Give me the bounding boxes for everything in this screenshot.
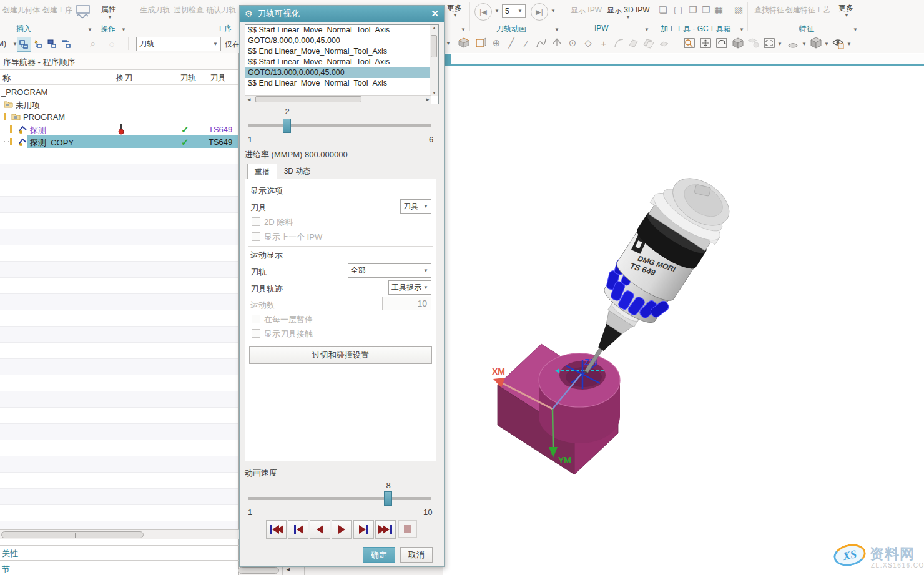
show-hide-caret[interactable]: ▼ <box>847 42 852 47</box>
toolpath-display-dropdown[interactable]: 全部▼ <box>348 263 431 278</box>
insert-group-caret[interactable]: ▼ <box>87 27 92 32</box>
properties-button[interactable]: 属性 <box>101 4 116 15</box>
anim-group-caret[interactable]: ▼ <box>554 27 559 32</box>
diamond-point-icon[interactable]: ◇ <box>581 36 595 50</box>
section-dependencies[interactable]: 关性 <box>0 545 239 560</box>
speed-slider-track[interactable] <box>248 497 431 500</box>
shaded-view-icon[interactable] <box>732 37 744 51</box>
toolpath-line[interactable]: $$ Start Linear_Move_Normal_Tool_Axis <box>245 25 430 36</box>
show-workpiece-icon[interactable] <box>458 37 470 51</box>
feature-group-caret[interactable]: ▼ <box>853 27 858 32</box>
fit-view-caret[interactable]: ▼ <box>777 42 782 47</box>
section-details[interactable]: 节 <box>0 560 239 575</box>
tree-empty-area[interactable] <box>0 148 238 529</box>
tree-row-probe-copy[interactable]: 探测_COPY ✓ TS649 <box>0 135 238 148</box>
properties-caret[interactable]: ▼ <box>107 15 112 20</box>
play-to-start-button[interactable] <box>266 520 287 539</box>
gc-tool-icon-6[interactable]: ▧ <box>732 3 745 17</box>
tab-replay[interactable]: 重播 <box>247 164 277 180</box>
goto-last-move-button[interactable]: ▶| <box>531 3 548 21</box>
toolpath-line-selected[interactable]: GOTO/13.000,0.000,45.000 <box>245 67 430 78</box>
geometry-view-icon[interactable] <box>46 37 59 51</box>
toolpath-visualization-dialog[interactable]: ⚙ 刀轨可视化 ✕ $$ Start Linear_Move_Normal_To… <box>239 5 445 567</box>
generate-toolpath-button[interactable]: 生成刀轨 <box>140 5 170 16</box>
dialog-close-icon[interactable]: ✕ <box>431 8 439 19</box>
column-divider-line[interactable] <box>112 86 112 529</box>
hscroll-left-arrow[interactable]: ◄ <box>247 97 252 102</box>
orient-cube-caret[interactable]: ▼ <box>824 42 829 47</box>
tree-row-probe[interactable]: 探测 ✓ TS649 <box>0 123 238 135</box>
toolpath-line[interactable]: GOTO/8.000,0.000,45.000 <box>245 36 430 46</box>
machining-method-view-icon[interactable] <box>60 37 73 51</box>
verify-toolpath-button[interactable]: 确认刀轨 <box>206 5 236 16</box>
play-forward-button[interactable] <box>332 520 352 539</box>
checkbox-pause-each-layer[interactable] <box>252 315 260 323</box>
col-path[interactable]: 刀轨 <box>180 72 196 84</box>
vscroll-down-arrow[interactable]: ▼ <box>432 91 436 95</box>
datum-plane-icon-3[interactable] <box>657 37 670 51</box>
more-left-group-caret[interactable]: ▼ <box>461 27 466 32</box>
tree-row-program[interactable]: PROGRAM <box>0 111 238 123</box>
toolpath-line[interactable]: $$ End Linear_Move_Normal_Tool_Axis <box>245 78 430 89</box>
dialog-titlebar[interactable]: ⚙ 刀轨可视化 ✕ <box>240 6 444 22</box>
tool-display-dropdown[interactable]: 刀具▼ <box>400 199 431 214</box>
ipw-cube-gear-icon[interactable] <box>747 37 760 51</box>
operation-group-caret[interactable]: ▼ <box>121 27 126 32</box>
checkbox-show-tool-contact[interactable] <box>252 329 260 338</box>
navigator-hscrollbar[interactable] <box>0 529 239 539</box>
program-order-view-icon[interactable] <box>17 37 31 52</box>
line-icon[interactable]: ╱ <box>504 36 518 50</box>
col-tool[interactable]: 刀具 <box>210 72 226 84</box>
gc-tool-icon-2[interactable]: ▢ <box>671 3 685 17</box>
gc-tool-icon-3[interactable]: ❐ <box>686 3 700 17</box>
tree-row-unused[interactable]: 未用项 <box>0 98 238 111</box>
col-name[interactable]: 称 <box>2 72 11 84</box>
scene-3d[interactable]: XM ZM YM <box>443 54 924 575</box>
listing-vscrollbar[interactable]: ▲ ▼ <box>430 25 438 96</box>
step-forward-button[interactable] <box>353 520 374 539</box>
checkbox-show-prev-ipw[interactable] <box>252 232 260 241</box>
goto-first-move-button[interactable]: |◀ <box>474 3 492 21</box>
ipw-group-caret[interactable]: ▼ <box>644 27 649 32</box>
filter-setting-icon[interactable]: ◌ <box>105 37 119 51</box>
speed-slider-thumb[interactable] <box>384 491 392 506</box>
fit-view-icon[interactable] <box>763 37 775 51</box>
gc-tool-icon-1[interactable]: ❏ <box>656 3 670 17</box>
pan-icon[interactable] <box>699 37 712 51</box>
line-segment-icon[interactable]: ⁄ <box>519 36 533 50</box>
hscroll-thumb[interactable] <box>1 531 144 538</box>
rotate-view-icon[interactable] <box>715 37 728 51</box>
motion-count-input[interactable]: 10 <box>382 297 431 310</box>
tool-trace-dropdown[interactable]: 工具提示▼ <box>388 280 431 295</box>
create-feature-process-button[interactable]: 创建特征工艺 <box>785 5 830 16</box>
play-to-end-button[interactable] <box>375 520 396 539</box>
move-count-dropdown[interactable]: 5▼ <box>502 4 526 18</box>
toolpath-line[interactable]: $$ Start Linear_Move_Normal_Tool_Axis <box>245 57 430 67</box>
cancel-button[interactable]: 取消 <box>400 547 433 563</box>
plus-point-icon[interactable]: + <box>597 36 611 50</box>
datum-plane-icon-2[interactable] <box>642 37 654 51</box>
hscroll-right-arrow[interactable]: ► <box>425 97 430 102</box>
surface-machining-icon[interactable] <box>75 4 91 22</box>
toolpath-line[interactable]: $$ End Linear_Move_Normal_Tool_Axis <box>245 46 430 57</box>
section-view-icon[interactable] <box>787 37 799 51</box>
hscroll-thumb[interactable] <box>255 96 361 102</box>
section-view-caret[interactable]: ▼ <box>802 42 807 47</box>
scroll-left-arrow[interactable]: ◄ <box>285 566 291 573</box>
ok-button[interactable]: 确定 <box>363 547 395 563</box>
toolpath-filter-dropdown[interactable]: 刀轨▼ <box>136 37 221 51</box>
progress-slider-thumb[interactable] <box>283 119 291 133</box>
spline-icon[interactable] <box>535 37 548 51</box>
zoom-window-icon[interactable] <box>683 37 695 51</box>
create-geometry-button[interactable]: 创建几何体 <box>2 5 40 16</box>
gouge-check-button[interactable]: 过切检查 <box>174 5 204 16</box>
show-ipw-button[interactable]: 显示 IPW <box>571 5 602 16</box>
hidden-dropdown-caret[interactable]: ▼ <box>446 41 451 46</box>
vscroll-thumb[interactable] <box>431 35 437 57</box>
show-hide-icon[interactable] <box>832 37 844 51</box>
find-object-icon[interactable]: ⌕ <box>86 37 100 51</box>
point-constructor-icon[interactable]: ⊕ <box>489 36 503 50</box>
goto-last-caret[interactable]: ▼ <box>551 9 556 14</box>
gc-group-caret[interactable]: ▼ <box>739 27 744 32</box>
gouge-collision-settings-button[interactable]: 过切和碰撞设置 <box>249 346 432 364</box>
